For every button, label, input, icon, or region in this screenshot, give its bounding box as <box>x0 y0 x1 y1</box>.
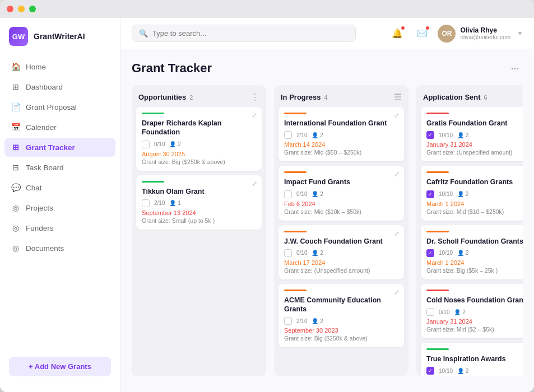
column-body-application-sent: Gratis Foundation Grant ✓ 10/10 👤 2 Janu… <box>416 107 523 376</box>
sidebar-item-task-board[interactable]: ⊟ Task Board <box>4 158 115 177</box>
sidebar-item-projects[interactable]: ◎ Projects <box>4 198 115 217</box>
sidebar-item-chat[interactable]: 💬 Chat <box>4 178 115 197</box>
sidebar-nav: 🏠 Home ⊞ Dashboard 📄 Grant Proposal 📅 Ca… <box>0 57 120 350</box>
card-meta: ✓ 10/10 👤 2 <box>426 190 523 198</box>
card-title: True Inspiration Awards <box>426 354 523 363</box>
close-dot[interactable] <box>7 6 13 12</box>
more-options-button[interactable]: ··· <box>507 60 523 76</box>
card-bar <box>142 181 164 183</box>
card-checkbox[interactable] <box>284 190 292 198</box>
sidebar-label-home: Home <box>26 63 46 71</box>
card-title: Impact Fund Grants <box>284 178 398 186</box>
sidebar-item-grant-tracker[interactable]: ⊞ Grant Tracker <box>4 138 115 157</box>
card-meta: ✓ 10/10 👤 2 <box>426 249 523 257</box>
topbar-right: 🔔 ✉️ OR Olivia Rhye olivia@unitedui. <box>388 25 523 43</box>
card-meta: 2/10 👤 1 <box>142 199 256 207</box>
app-name: GrantWriterAI <box>34 32 85 41</box>
card-score: 2/10 <box>296 132 307 138</box>
card-checkbox[interactable] <box>284 131 292 139</box>
calender-icon: 📅 <box>11 123 20 132</box>
column-title-in-progress: In Progress <box>281 93 321 101</box>
card-score: 0/10 <box>296 191 307 197</box>
sidebar-item-documents[interactable]: ◎ Documents <box>4 239 115 258</box>
card-people: 👤 1 <box>169 200 180 206</box>
app-body: GW GrantWriterAI 🏠 Home ⊞ Dashboard 📄 Gr… <box>0 18 534 392</box>
card-date: March 1 2024 <box>426 259 523 266</box>
card-grant-size: Grant size: Big ($250k & above) <box>142 158 256 165</box>
kanban-board: Opportunities 2 ⋮ Draper Richards Kaplan… <box>132 85 523 381</box>
column-count-in-progress: 4 <box>324 94 328 101</box>
card-score: 10/10 <box>439 191 453 197</box>
chat-icon: 💬 <box>11 183 20 192</box>
card-people: 👤 2 <box>312 250 323 256</box>
expand-icon[interactable]: ⤢ <box>394 170 400 178</box>
sidebar-label-projects: Projects <box>26 204 53 212</box>
user-menu[interactable]: OR Olivia Rhye olivia@unitedui.com ▼ <box>438 25 523 43</box>
card-grant-size: Grant size: Mid ($50 – $250k) <box>284 149 398 156</box>
card-checkbox[interactable]: ✓ <box>426 367 434 375</box>
column-application-sent: Application Sent 6 ☰ Gratis Foundation G… <box>416 85 523 376</box>
card-title: Draper Richards Kaplan Foundation <box>142 119 256 137</box>
sidebar-item-dashboard[interactable]: ⊞ Dashboard <box>4 77 115 96</box>
card-people: 👤 2 <box>312 318 323 324</box>
card-checkbox[interactable] <box>284 317 292 325</box>
card-title: ACME Community Education Grants <box>284 296 398 314</box>
card-meta: 2/10 👤 2 <box>284 131 398 139</box>
card-people: 👤 2 <box>312 132 323 138</box>
card-grant-size: Grant size: (Unspecified amount) <box>426 149 523 156</box>
card-checkbox[interactable] <box>142 199 150 207</box>
card-people: 👤 2 <box>457 132 468 138</box>
sidebar-item-calender[interactable]: 📅 Calender <box>4 118 115 137</box>
expand-icon[interactable]: ⤢ <box>252 111 257 119</box>
column-title-group: Opportunities 2 <box>138 93 193 101</box>
card-grant-size: Grant size: Mid ($10k – $50k) <box>284 208 398 215</box>
expand-icon[interactable]: ⤢ <box>394 230 400 237</box>
card-score: 2/10 <box>296 318 307 324</box>
card-title: Dr. Scholl Foundation Grants <box>426 237 523 246</box>
grant-tracker-icon: ⊞ <box>11 143 20 152</box>
card-impact-fund: Impact Fund Grants 0/10 👤 2 Feb 6 2024 G… <box>278 166 404 220</box>
card-grant-size: Grant size: Mid ($10 – $250k) <box>426 208 523 215</box>
notification-badge <box>401 26 405 30</box>
card-score: 2/10 <box>154 200 165 206</box>
card-jw-couch: J.W. Couch Foundation Grant 0/10 👤 2 Mar… <box>278 225 404 279</box>
expand-icon[interactable]: ⤢ <box>252 180 257 188</box>
messages-button[interactable]: ✉️ <box>413 25 431 43</box>
minimize-dot[interactable] <box>18 6 25 12</box>
funders-icon: ◎ <box>11 223 20 232</box>
card-checkbox[interactable] <box>284 249 292 257</box>
sidebar-item-funders[interactable]: ◎ Funders <box>4 218 115 237</box>
maximize-dot[interactable] <box>29 6 36 12</box>
card-title: International Foundation Grant <box>284 119 398 128</box>
expand-icon[interactable]: ⤢ <box>394 288 400 296</box>
search-input[interactable] <box>152 29 349 38</box>
dashboard-icon: ⊞ <box>11 82 20 91</box>
card-people: 👤 2 <box>457 250 468 256</box>
column-menu-opportunities[interactable]: ⋮ <box>250 92 259 102</box>
sidebar-item-home[interactable]: 🏠 Home <box>4 57 115 76</box>
column-menu-in-progress[interactable]: ☰ <box>394 92 402 102</box>
card-checkbox[interactable]: ✓ <box>426 131 434 139</box>
card-checkbox[interactable]: ✓ <box>426 190 434 198</box>
avatar: OR <box>438 25 456 43</box>
column-opportunities: Opportunities 2 ⋮ Draper Richards Kaplan… <box>132 85 266 376</box>
notifications-button[interactable]: 🔔 <box>388 25 406 43</box>
card-checkbox[interactable] <box>142 141 150 148</box>
projects-icon: ◎ <box>11 203 20 212</box>
column-title-group: Application Sent 6 <box>423 93 487 101</box>
card-bar <box>426 171 449 173</box>
card-bar <box>426 290 449 291</box>
search-box[interactable]: 🔍 <box>132 25 356 42</box>
card-checkbox[interactable]: ✓ <box>426 249 434 257</box>
expand-icon[interactable]: ⤢ <box>394 111 400 119</box>
logo-initials: GW <box>12 32 25 41</box>
sidebar-item-grant-proposal[interactable]: 📄 Grant Proposal <box>4 97 115 116</box>
card-date: March 1 2024 <box>426 200 523 207</box>
sidebar-label-chat: Chat <box>26 184 42 192</box>
user-initials: OR <box>442 30 452 38</box>
card-date: Feb 6 2024 <box>284 200 398 207</box>
card-checkbox[interactable] <box>426 308 434 316</box>
add-new-grants-button[interactable]: + Add New Grants <box>9 357 111 376</box>
card-score: 10/10 <box>439 132 453 138</box>
card-title: Cafritz Foundation Grants <box>426 178 523 186</box>
